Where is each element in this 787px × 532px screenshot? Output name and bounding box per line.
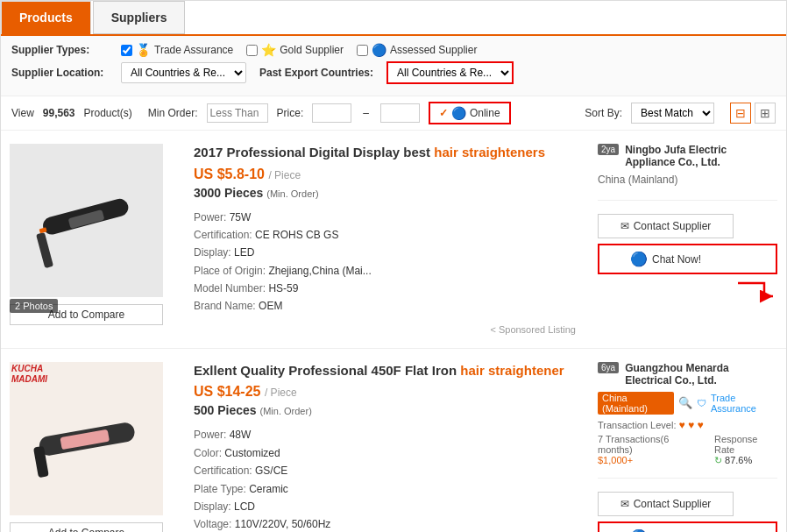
spec-row: Certification: CE ROHS CB GS — [194, 226, 576, 244]
sort-label: Sort By: — [585, 107, 622, 119]
response-pct: 87.6% — [725, 455, 752, 465]
gold-supplier-checkbox[interactable] — [246, 45, 258, 56]
view-label: View — [11, 107, 34, 119]
contact-label-1: Contact Supplier — [634, 220, 712, 232]
gold-supplier-icon: ⭐ — [261, 43, 276, 57]
specs-2: Power: 48W Color: Customized Certificati… — [194, 426, 576, 532]
brand-logo: KUCHAMADAMI — [11, 364, 47, 385]
product-price-2: US $14-25 / Piece — [194, 384, 576, 400]
trade-assurance-label: Trade Assurance — [154, 44, 233, 56]
tab-products[interactable]: Products — [1, 1, 91, 34]
product-price-1: US $5.8-10 / Piece — [194, 167, 576, 182]
supplier-actions-1: ✉ Contact Supplier 🔵 Chat Now! — [598, 214, 777, 274]
price-to-input[interactable] — [380, 103, 420, 123]
response-rate-val: ↻ 87.6% — [714, 455, 777, 466]
price-label: Price: — [277, 107, 304, 119]
assessed-supplier-option[interactable]: 🔵 Assessed Supplier — [357, 43, 477, 57]
assessed-supplier-label: Assessed Supplier — [390, 44, 477, 56]
price-unit-2: / Piece — [265, 387, 297, 399]
product-title-2[interactable]: Exllent Quality Professional 450F Flat I… — [194, 362, 576, 379]
assessed-icon: 🔵 — [372, 43, 386, 57]
chat-dot-icon-2: 🔵 — [630, 528, 648, 532]
online-filter-button[interactable]: ✓ 🔵 Online — [430, 103, 509, 123]
assessed-supplier-checkbox[interactable] — [357, 45, 368, 56]
photo-count-1: 2 Photos — [10, 299, 58, 313]
specs-1: Power: 75W Certification: CE ROHS CB GS … — [194, 209, 576, 316]
past-export-label: Past Export Countries: — [259, 67, 373, 79]
spec-row: Color: Customized — [194, 444, 576, 462]
gold-supplier-label: Gold Supplier — [280, 44, 344, 56]
product-title-before-2: Exllent Quality Professional 450F Flat I… — [194, 363, 460, 378]
eva-badge-1: 2ya — [598, 144, 619, 155]
search-icon: 🔍 — [678, 396, 692, 409]
transactions-label: 7 Transactions(6 months) — [598, 434, 701, 455]
tab-suppliers[interactable]: Suppliers — [93, 1, 186, 34]
product-image-2 — [10, 362, 163, 515]
trade-assurance-option[interactable]: 🏅 Trade Assurance — [121, 43, 233, 57]
supplier-name-1: Ningbo Jufa Electric Appliance Co., Ltd. — [625, 144, 777, 168]
supplier-info-1: 2ya Ningbo Jufa Electric Appliance Co., … — [598, 144, 777, 201]
price-unit-1: / Piece — [268, 169, 301, 181]
product-title-highlight-1: hair straighteners — [434, 145, 545, 160]
product-info-col-1: 2017 Professional Digital Display best h… — [181, 144, 589, 335]
spec-row: Place of Origin: Zhejiang,China (Mai... — [194, 262, 576, 280]
envelope-icon-1: ✉ — [620, 220, 629, 232]
svg-rect-3 — [39, 227, 46, 233]
product-image-col: 2 Photos Add to Compare — [10, 144, 181, 335]
min-order-number-1: 3000 Pieces — [194, 186, 263, 200]
svg-rect-2 — [36, 231, 53, 267]
product-list: 2 Photos Add to Compare 2017 Professiona… — [1, 131, 786, 532]
supplier-col-2: 6ya Guangzhou Menarda Electrical Co., Lt… — [589, 362, 777, 532]
supplier-actions-2: ✉ Contact Supplier 🔵 Chat Now! — [598, 492, 777, 532]
chat-now-button-1[interactable]: 🔵 Chat Now! — [599, 245, 732, 273]
product-image-svg-2 — [25, 377, 148, 500]
red-arrow-1 — [734, 279, 777, 314]
contact-supplier-button-2[interactable]: ✉ Contact Supplier — [598, 492, 734, 516]
trade-assurance-checkbox[interactable] — [121, 45, 132, 56]
product-item: KUCHAMADAMI 6 Photos Add to Compare Exll… — [1, 349, 786, 532]
sort-select[interactable]: Best Match — [631, 103, 714, 124]
min-order-label: Min Order: — [148, 107, 198, 119]
envelope-icon-2: ✉ — [620, 498, 629, 510]
gold-supplier-option[interactable]: ⭐ Gold Supplier — [246, 43, 344, 57]
add-compare-button-2[interactable]: Add to Compare — [10, 522, 163, 532]
spec-row: Display: LCD — [194, 498, 576, 515]
chat-now-button-2[interactable]: 🔵 Chat Now! — [599, 523, 732, 532]
online-checkmark: ✓ — [439, 107, 448, 119]
supplier-location-select[interactable]: All Countries & Re... — [121, 62, 246, 83]
product-title-highlight-2: hair straightener — [460, 363, 564, 378]
online-dot-icon: 🔵 — [451, 106, 466, 120]
chat-label-1: Chat Now! — [652, 253, 701, 266]
price-value-2: US $14-25 — [194, 384, 261, 399]
supplier-location-label: Supplier Location: — [11, 67, 108, 79]
min-order-label-1: (Min. Order) — [266, 188, 318, 199]
past-export-select[interactable]: All Countries & Re... — [388, 63, 512, 82]
spec-row: Power: 48W — [194, 426, 576, 443]
spec-row: Voltage: 110V/220V, 50/60Hz — [194, 515, 576, 532]
trade-assurance-shield-icon: 🛡 — [697, 398, 706, 408]
list-view-icon[interactable]: ⊟ — [730, 103, 751, 124]
spec-row: Display: LED — [194, 244, 576, 261]
spec-row: Plate Type: Ceramic — [194, 480, 576, 498]
contact-supplier-button-1[interactable]: ✉ Contact Supplier — [598, 214, 734, 238]
price-dash: – — [360, 107, 372, 119]
supplier-location-1: China (Mainland) — [598, 174, 777, 186]
transaction-amount: $1,000+ — [598, 455, 701, 465]
min-order-number-2: 500 Pieces — [194, 403, 257, 417]
price-from-input[interactable] — [312, 103, 351, 123]
online-label: Online — [470, 107, 500, 119]
min-order-input[interactable] — [207, 103, 268, 123]
supplier-col-1: 2ya Ningbo Jufa Electric Appliance Co., … — [589, 144, 777, 335]
min-order-val-1: 3000 Pieces (Min. Order) — [194, 186, 576, 200]
product-count: 99,563 — [43, 107, 75, 119]
product-image-col-2: KUCHAMADAMI 6 Photos Add to Compare — [10, 362, 181, 532]
product-title-1[interactable]: 2017 Professional Digital Display best h… — [194, 144, 576, 161]
trade-assurance-text: Trade Assurance — [711, 393, 777, 414]
filters-panel: Supplier Types: 🏅 Trade Assurance ⭐ Gold… — [1, 36, 786, 96]
grid-view-icon[interactable]: ⊞ — [755, 103, 776, 124]
spec-row: Certification: GS/CE — [194, 462, 576, 479]
location-tag-2: China (Mainland) — [598, 392, 674, 415]
response-rate-label: Response Rate — [714, 434, 777, 455]
eva-badge-2: 6ya — [598, 362, 619, 373]
product-image — [10, 144, 163, 297]
